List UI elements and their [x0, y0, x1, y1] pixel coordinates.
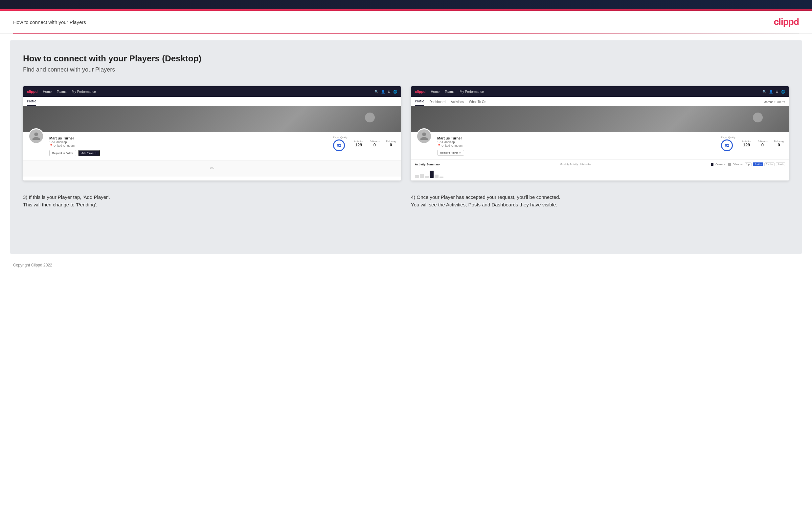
caption-left-text: 3) If this is your Player tap, 'Add Play… [23, 193, 401, 208]
activity-section: Activity Summary Monthly Activity · 6 Mo… [411, 160, 789, 180]
off-course-legend [728, 163, 731, 166]
tab-user-selector-right[interactable]: Marcus Turner ▾ [763, 100, 785, 106]
quality-value-left: 92 [337, 144, 341, 147]
clippd-logo: clippd [774, 17, 799, 27]
main-content: How to connect with your Players (Deskto… [10, 40, 802, 253]
activity-header: Activity Summary Monthly Activity · 6 Mo… [415, 162, 785, 166]
bar-2 [420, 174, 424, 178]
search-icon-right[interactable]: 🔍 [762, 90, 766, 94]
bar-4 [429, 171, 434, 178]
bar-1 [415, 175, 419, 178]
settings-icon-right[interactable]: ⚙ [775, 90, 778, 94]
tab-activities-right[interactable]: Activities [451, 100, 463, 106]
stat-activities-left: Activities 129 [354, 140, 363, 147]
caption-left: 3) If this is your Player tap, 'Add Play… [23, 190, 401, 212]
avatar-left [28, 128, 44, 144]
period-1yr-button[interactable]: 1 yr [745, 162, 752, 166]
period-6mths-button[interactable]: 6 mths [753, 162, 763, 166]
settings-icon-left[interactable]: ⚙ [388, 90, 391, 94]
screenshot-left: clippd Home Teams My Performance 🔍 👤 ⚙ 🌐… [23, 86, 401, 180]
off-course-label: Off course [733, 163, 743, 165]
tab-dashboard-right[interactable]: Dashboard [429, 100, 445, 106]
captions-row: 3) If this is your Player tap, 'Add Play… [23, 190, 789, 212]
user-icon-left[interactable]: 👤 [381, 90, 385, 94]
mock-logo-right: clippd [415, 90, 425, 94]
player-location-right: 📍 United Kingdom [437, 144, 716, 147]
mock-tabs-left: Profile [23, 97, 401, 106]
quality-label-right: Player Quality [721, 136, 735, 138]
player-buttons-right: Remove Player ✕ [437, 150, 716, 156]
on-course-label: On course [715, 163, 726, 165]
avatar-icon-right [419, 131, 429, 141]
page-footer: Copyright Clippd 2022 [0, 260, 812, 274]
profile-body-left: Marcus Turner 1-5 Handicap 📍 United King… [23, 132, 401, 160]
quality-label-left: Player Quality [333, 136, 348, 138]
player-location-left: 📍 United Kingdom [49, 144, 328, 147]
player-name-left: Marcus Turner [49, 136, 328, 140]
activity-chart [415, 169, 785, 178]
player-stats-left: Player Quality 92 Activities 129 Followe… [333, 136, 396, 151]
globe-icon-left[interactable]: 🌐 [393, 90, 397, 94]
mock-nav-icons-left: 🔍 👤 ⚙ 🌐 [374, 90, 397, 94]
quality-circle-right: 92 [721, 139, 733, 151]
profile-banner-right [411, 106, 789, 132]
activity-period: Monthly Activity · 6 Months [560, 163, 591, 166]
screenshots-row: clippd Home Teams My Performance 🔍 👤 ⚙ 🌐… [23, 86, 789, 180]
player-stats-right: Player Quality 92 Activities 129 Followe… [721, 136, 784, 151]
mock-tabs-right: Profile Dashboard Activities What To On … [411, 97, 789, 106]
remove-player-button[interactable]: Remove Player ✕ [437, 150, 464, 156]
location-icon-left: 📍 [49, 144, 53, 147]
page-title: How to connect with your Players (Deskto… [23, 54, 789, 64]
quality-value-right: 92 [725, 144, 729, 147]
period-1mth-button[interactable]: 1 mth [776, 162, 785, 166]
period-3mths-button[interactable]: 3 mths [764, 162, 774, 166]
activity-title: Activity Summary [415, 163, 440, 166]
profile-info-left: Marcus Turner 1-5 Handicap 📍 United King… [49, 136, 328, 156]
banner-image-left [23, 106, 401, 132]
mock-nav-icons-right: 🔍 👤 ⚙ 🌐 [762, 90, 785, 94]
profile-info-right: Marcus Turner 1-5 Handicap 📍 United King… [437, 136, 716, 156]
banner-image-right [411, 106, 789, 132]
bar-5 [435, 175, 439, 178]
header-divider [13, 34, 799, 34]
request-follow-button[interactable]: Request to Follow [49, 150, 76, 156]
quality-circle-left: 92 [333, 139, 345, 151]
search-icon-left[interactable]: 🔍 [374, 90, 378, 94]
mock-nav-home-right[interactable]: Home [430, 90, 440, 94]
avatar-right [416, 128, 432, 144]
bar-3 [425, 176, 429, 178]
mock-nav-performance-left[interactable]: My Performance [72, 90, 96, 94]
screenshot-footer-left: ✏ [23, 160, 401, 177]
player-name-right: Marcus Turner [437, 136, 716, 140]
mock-nav-performance-right[interactable]: My Performance [460, 90, 484, 94]
globe-icon-right[interactable]: 🌐 [781, 90, 785, 94]
top-bar [0, 0, 812, 9]
caption-right-text: 4) Once your Player has accepted your re… [411, 193, 789, 208]
bar-6 [440, 177, 444, 178]
pencil-icon: ✏ [210, 165, 214, 172]
caption-right: 4) Once your Player has accepted your re… [411, 190, 789, 212]
tab-profile-left[interactable]: Profile [27, 100, 36, 106]
header-title: How to connect with your Players [13, 19, 86, 25]
mock-nav-teams-right[interactable]: Teams [445, 90, 454, 94]
user-icon-right[interactable]: 👤 [769, 90, 773, 94]
mock-logo-left: clippd [27, 90, 38, 94]
mock-nav-home-left[interactable]: Home [43, 90, 52, 94]
on-course-legend [711, 163, 713, 166]
profile-banner-left [23, 106, 401, 132]
player-buttons-left: Request to Follow Add Player + [49, 150, 328, 156]
mock-nav-right: clippd Home Teams My Performance 🔍 👤 ⚙ 🌐 [411, 86, 789, 97]
avatar-icon-left [32, 131, 41, 141]
player-handicap-right: 1-5 Handicap [437, 140, 716, 144]
mock-nav-left: clippd Home Teams My Performance 🔍 👤 ⚙ 🌐 [23, 86, 401, 97]
stat-activities-right: Activities 129 [742, 140, 751, 147]
tab-profile-right[interactable]: Profile [415, 100, 424, 106]
screenshot-right: clippd Home Teams My Performance 🔍 👤 ⚙ 🌐… [411, 86, 789, 180]
add-player-button[interactable]: Add Player + [78, 150, 100, 156]
stat-following-left: Following 0 [386, 140, 396, 147]
copyright-text: Copyright Clippd 2022 [13, 263, 52, 268]
mock-nav-teams-left[interactable]: Teams [57, 90, 66, 94]
stat-followers-left: Followers 0 [369, 140, 379, 147]
tab-what-to-on-right[interactable]: What To On [469, 100, 487, 106]
header: How to connect with your Players clippd [0, 11, 812, 34]
